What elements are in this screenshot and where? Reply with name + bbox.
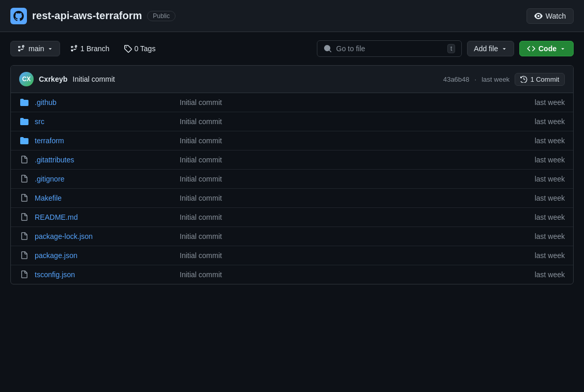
file-time: last week [513, 137, 565, 145]
file-icon [20, 156, 28, 164]
file-icon [20, 251, 28, 260]
file-type-icon [19, 97, 30, 108]
search-icon [324, 44, 332, 53]
file-time: last week [513, 213, 565, 221]
file-icon [20, 194, 28, 202]
file-commit-message: Initial commit [180, 270, 513, 279]
file-time: last week [513, 232, 565, 240]
repo-name[interactable]: rest-api-aws-terraform [32, 10, 142, 22]
toolbar-right: t Add file Code [317, 40, 574, 57]
file-name[interactable]: .gitignore [35, 175, 180, 183]
commit-count-label: 1 Commit [530, 76, 559, 83]
file-commit-message: Initial commit [180, 156, 513, 164]
tag-icon [124, 44, 132, 53]
file-name[interactable]: Makefile [35, 194, 180, 202]
file-type-icon [19, 212, 30, 222]
code-button[interactable]: Code [519, 41, 574, 56]
file-type-icon [19, 135, 30, 146]
file-rows-container: .github Initial commit last week src Ini… [11, 93, 573, 284]
file-type-icon [19, 250, 30, 261]
file-name[interactable]: README.md [35, 213, 180, 221]
file-time: last week [513, 194, 565, 202]
file-type-icon [19, 269, 30, 280]
commit-separator: · [475, 76, 477, 83]
table-row: terraform Initial commit last week [11, 131, 573, 150]
branch-count-label: 1 Branch [80, 44, 109, 53]
watch-label: Watch [546, 12, 566, 20]
file-name[interactable]: src [35, 117, 180, 126]
table-row: .github Initial commit last week [11, 93, 573, 112]
file-type-icon [19, 155, 30, 165]
header-bar: rest-api-aws-terraform Public Watch [0, 0, 584, 32]
file-commit-message: Initial commit [180, 194, 513, 202]
table-row: Makefile Initial commit last week [11, 189, 573, 208]
file-commit-message: Initial commit [180, 213, 513, 221]
file-icon [20, 213, 28, 221]
file-name[interactable]: .gitattributes [35, 156, 180, 164]
eye-icon [534, 12, 543, 20]
commit-author[interactable]: Cxrkeyb [39, 75, 67, 83]
table-row: package.json Initial commit last week [11, 246, 573, 265]
file-name[interactable]: terraform [35, 137, 180, 145]
file-name[interactable]: package-lock.json [35, 232, 180, 240]
branch-count-link[interactable]: 1 Branch [65, 41, 114, 56]
table-row: README.md Initial commit last week [11, 208, 573, 227]
chevron-down-icon [47, 46, 53, 52]
commit-message: Initial commit [72, 75, 115, 83]
table-row: tsconfig.json Initial commit last week [11, 265, 573, 284]
watch-button[interactable]: Watch [527, 8, 574, 24]
commit-meta: 43a6b48 · last week 1 Commit [443, 73, 565, 86]
code-chevron-icon [560, 46, 566, 52]
branch-icon [17, 44, 25, 53]
folder-icon [20, 137, 28, 145]
file-table: CX Cxrkeyb Initial commit 43a6b48 · last… [10, 65, 574, 284]
search-shortcut-badge: t [447, 44, 455, 53]
avatar: CX [19, 72, 34, 86]
branch-selector[interactable]: main [10, 41, 60, 56]
table-row: .gitattributes Initial commit last week [11, 150, 573, 170]
add-file-label: Add file [474, 44, 498, 53]
code-label: Code [538, 44, 557, 53]
file-name[interactable]: tsconfig.json [35, 270, 180, 279]
commit-count-button[interactable]: 1 Commit [515, 73, 565, 86]
toolbar: main 1 Branch 0 Tags t Add file [0, 32, 584, 65]
file-time: last week [513, 117, 565, 126]
file-commit-message: Initial commit [180, 251, 513, 260]
file-type-icon [19, 193, 30, 203]
repo-icon [10, 8, 27, 24]
file-commit-message: Initial commit [180, 232, 513, 240]
history-icon [520, 76, 528, 83]
file-commit-message: Initial commit [180, 137, 513, 145]
tag-count-link[interactable]: 0 Tags [119, 41, 160, 56]
branch-label: main [28, 44, 44, 53]
file-icon [20, 232, 28, 240]
add-file-chevron-icon [501, 46, 507, 52]
commit-time: last week [481, 76, 509, 83]
search-box[interactable]: t [317, 40, 462, 57]
file-time: last week [513, 270, 565, 279]
file-type-icon [19, 231, 30, 242]
file-icon [20, 175, 28, 183]
file-name[interactable]: package.json [35, 251, 180, 260]
file-commit-message: Initial commit [180, 175, 513, 183]
search-input[interactable] [336, 44, 443, 53]
file-name[interactable]: .github [35, 98, 180, 107]
table-row: src Initial commit last week [11, 112, 573, 131]
folder-icon [20, 117, 28, 126]
file-time: last week [513, 251, 565, 260]
tag-count-label: 0 Tags [134, 44, 155, 53]
file-commit-message: Initial commit [180, 98, 513, 107]
file-commit-message: Initial commit [180, 117, 513, 126]
file-icon [20, 270, 28, 279]
table-row: package-lock.json Initial commit last we… [11, 227, 573, 246]
commit-hash[interactable]: 43a6b48 [443, 76, 470, 83]
file-type-icon [19, 174, 30, 184]
file-time: last week [513, 98, 565, 107]
visibility-badge: Public [147, 11, 176, 21]
folder-icon [20, 98, 28, 107]
header-left: rest-api-aws-terraform Public [10, 8, 176, 24]
add-file-button[interactable]: Add file [467, 41, 514, 56]
file-time: last week [513, 156, 565, 164]
file-type-icon [19, 116, 30, 127]
commit-header: CX Cxrkeyb Initial commit 43a6b48 · last… [11, 66, 573, 93]
